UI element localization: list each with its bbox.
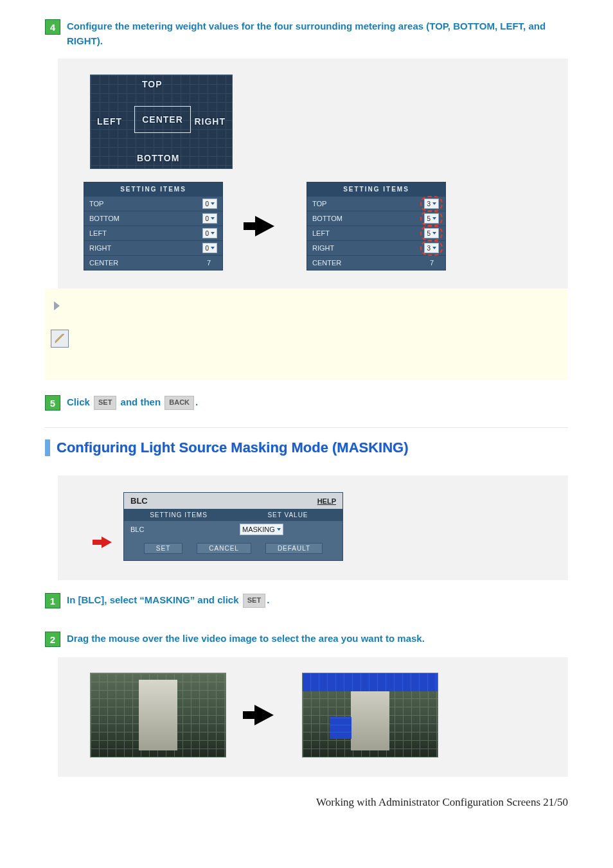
row-label: CENTER [84,259,179,267]
blc-title: BLC [130,496,148,506]
blc-row-label: BLC [124,526,233,533]
row-value: 7 [402,259,445,267]
value-select[interactable]: 5 [424,228,439,238]
row-label: RIGHT [307,244,408,252]
back-chip: BACK [164,396,194,410]
value-select[interactable]: 0 [202,213,217,224]
blc-settings-card: BLC HELP SETTING ITEMS SET VALUE BLC MAS… [123,492,343,561]
metering-screenshot-panel: TOP LEFT CENTER RIGHT BOTTOM SETTING ITE… [58,58,568,288]
arrow-right-icon [255,216,274,236]
arrow-right-icon [254,705,274,725]
value-select[interactable]: 3 [424,243,439,253]
step-number-4: 4 [45,19,60,35]
blc-screenshot-panel: BLC HELP SETTING ITEMS SET VALUE BLC MAS… [58,475,568,580]
page-footer: Working with Administrator Configuration… [0,796,568,809]
row-value: 7 [179,259,222,267]
step-5-text: Click SET and then BACK. [67,395,198,410]
metering-diagram: TOP LEFT CENTER RIGHT BOTTOM [90,75,233,169]
help-link[interactable]: HELP [317,497,336,505]
section-heading-bar [45,439,50,456]
settings-table-before: SETTING ITEMS TOP0 BOTTOM0 LEFT0 RIGHT0 … [84,182,223,270]
mask-region [330,717,351,739]
default-button[interactable]: DEFAULT [265,543,323,554]
row-label: LEFT [307,229,408,237]
step-number-1: 1 [45,593,60,608]
set-button[interactable]: SET [144,543,182,554]
metering-label-right: RIGHT [194,116,226,127]
cancel-button[interactable]: CANCEL [197,543,251,554]
live-video-after[interactable] [302,673,438,757]
value-select[interactable]: 3 [424,199,439,209]
set-chip: SET [94,396,116,410]
step-b1-text: In [BLC], select “MASKING” and click SET… [67,593,269,608]
metering-label-top: TOP [142,79,163,89]
step-number-5: 5 [45,395,60,411]
metering-label-left: LEFT [97,116,122,127]
disclosure-triangle-icon[interactable] [54,301,60,310]
metering-label-bottom: BOTTOM [137,153,179,163]
row-label: BOTTOM [84,215,185,222]
blc-col-items: SETTING ITEMS [124,509,233,521]
row-label: TOP [307,200,408,208]
row-label: TOP [84,200,185,208]
masking-example-panel [58,657,568,777]
metering-label-center: CENTER [134,106,191,133]
value-select[interactable]: 0 [202,199,217,209]
step-4-text: Configure the metering weight values for… [67,19,555,48]
row-label: BOTTOM [307,215,408,222]
value-select[interactable]: 0 [202,243,217,253]
live-video-before[interactable] [90,673,226,757]
section-heading: Configuring Light Source Masking Mode (M… [57,439,409,456]
blc-value-select[interactable]: MASKING [240,524,283,535]
row-label: CENTER [307,259,402,267]
value-select[interactable]: 5 [424,213,439,224]
step-b2-text: Drag the mouse over the live video image… [67,632,425,646]
note-block [45,288,568,380]
set-chip: SET [243,594,265,608]
step-number-2: 2 [45,632,60,647]
settings-table-header: SETTING ITEMS [307,182,445,196]
row-label: LEFT [84,229,185,237]
settings-table-after: SETTING ITEMS TOP3 BOTTOM5 LEFT5 RIGHT3 … [306,182,446,270]
row-label: RIGHT [84,244,185,252]
pointer-arrow-icon [102,536,112,548]
value-select[interactable]: 0 [202,228,217,238]
blc-col-value: SET VALUE [233,509,342,521]
mask-region [303,673,438,691]
note-icon [51,330,69,348]
settings-table-header: SETTING ITEMS [84,182,222,196]
